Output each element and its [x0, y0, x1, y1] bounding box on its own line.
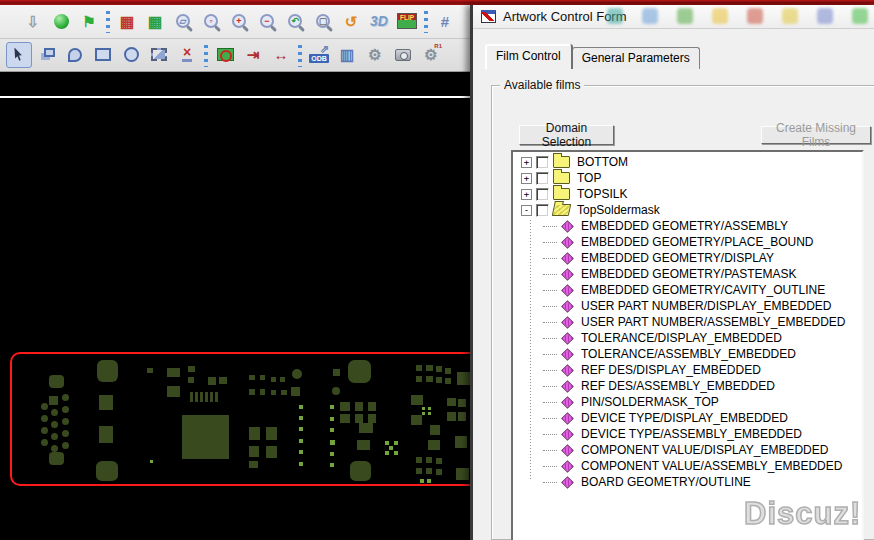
pcb-pad: [411, 415, 422, 425]
tree-item-pin-soldermask-top[interactable]: PIN/SOLDERMASK_TOP: [513, 394, 862, 410]
zoom-out-icon[interactable]: −: [254, 8, 280, 34]
pcb-pad: [51, 421, 58, 428]
film-diamond-icon: [561, 284, 574, 297]
film-diamond-icon: [561, 236, 574, 249]
tree-item-device-type-display-embedded[interactable]: DEVICE TYPE/DISPLAY_EMBEDDED: [513, 410, 862, 426]
delete-icon[interactable]: ×: [174, 42, 200, 68]
tree-expander-icon[interactable]: +: [521, 189, 532, 200]
dialog-titlebar[interactable]: Artwork Control Form: [473, 5, 874, 29]
pcb-pad: [330, 405, 334, 409]
pcb-pad: [457, 372, 470, 385]
tree-expander-icon[interactable]: +: [521, 173, 532, 184]
tree-item-label: USER PART NUMBER/DISPLAY_EMBEDDED: [579, 299, 832, 313]
tree-item-ref-des-display-embedded[interactable]: REF DES/DISPLAY_EMBEDDED: [513, 362, 862, 378]
tree-item-top[interactable]: +TOP: [513, 170, 862, 186]
pcb-pad: [299, 439, 303, 443]
rect-shape-icon[interactable]: [90, 42, 116, 68]
tree-checkbox[interactable]: [536, 156, 549, 169]
pcb-pad: [49, 452, 64, 465]
tab-general-parameters[interactable]: General Parameters: [572, 47, 700, 69]
tree-checkbox[interactable]: [536, 172, 549, 185]
tree-item-topsoldermask[interactable]: -TopSoldermask: [513, 202, 862, 218]
snapshot-icon[interactable]: [390, 42, 416, 68]
circle-shape-icon[interactable]: [118, 42, 144, 68]
pcb-pad: [340, 414, 350, 423]
column-view-icon[interactable]: ▥: [334, 42, 360, 68]
select-cursor-icon[interactable]: [6, 42, 32, 68]
toolbar-separator: [296, 43, 304, 67]
zoom-in-icon[interactable]: +: [226, 8, 252, 34]
tree-item-label: BOARD GEOMETRY/OUTLINE: [579, 475, 751, 489]
tools-icon[interactable]: ⚙: [362, 42, 388, 68]
tree-branch-dots: [543, 402, 557, 403]
pcb-pad: [271, 377, 276, 382]
grid-toggle-icon[interactable]: #: [432, 8, 458, 34]
pcb-pad: [195, 392, 198, 402]
faded-toolbar-icons: [607, 8, 868, 24]
tree-item-tolerance-assembly-embedded[interactable]: TOLERANCE/ASSEMBLY_EMBEDDED: [513, 346, 862, 362]
dimension-span-icon[interactable]: ↔: [268, 42, 294, 68]
pcb-pad: [280, 377, 285, 382]
tree-item-embedded-geometry-pastemask[interactable]: EMBEDDED GEOMETRY/PASTEMASK: [513, 266, 862, 282]
tree-expander-icon[interactable]: -: [521, 205, 532, 216]
pcb-pad: [348, 360, 371, 383]
tree-item-ref-des-assembly-embedded[interactable]: REF DES/ASSEMBLY_EMBEDDED: [513, 378, 862, 394]
flip-board-icon[interactable]: FLIP: [394, 8, 420, 34]
rats-all-icon[interactable]: ▦: [114, 8, 140, 34]
select-shape-icon[interactable]: [146, 42, 172, 68]
ghost-icon: [677, 8, 693, 24]
tree-item-user-part-number-assembly-embedded[interactable]: USER PART NUMBER/ASSEMBLY_EMBEDDED: [513, 314, 862, 330]
film-tree-listbox[interactable]: +BOTTOM+TOP+TOPSILK-TopSoldermaskEMBEDDE…: [511, 150, 864, 540]
tree-item-embedded-geometry-assembly[interactable]: EMBEDDED GEOMETRY/ASSEMBLY: [513, 218, 862, 234]
pcb-pad: [426, 457, 432, 463]
tree-item-board-geometry-outline[interactable]: BOARD GEOMETRY/OUTLINE: [513, 474, 862, 490]
tree-item-tolerance-display-embedded[interactable]: TOLERANCE/DISPLAY_EMBEDDED: [513, 330, 862, 346]
import-icon[interactable]: ⇩: [20, 8, 46, 34]
zoom-points-icon[interactable]: ▱: [170, 8, 196, 34]
pcb-pad: [340, 402, 350, 411]
tree-item-topsilk[interactable]: +TOPSILK: [513, 186, 862, 202]
tree-item-component-value-assembly-embedded[interactable]: COMPONENT VALUE/ASSEMBLY_EMBEDDED: [513, 458, 862, 474]
tree-item-component-value-display-embedded[interactable]: COMPONENT VALUE/DISPLAY_EMBEDDED: [513, 442, 862, 458]
zoom-selection-icon[interactable]: ▢: [310, 8, 336, 34]
arc-shape-icon[interactable]: [62, 42, 88, 68]
view-3d-icon[interactable]: 3D: [366, 8, 392, 34]
domain-selection-button[interactable]: Domain Selection: [519, 125, 614, 145]
pcb-pad: [167, 368, 180, 377]
pcb-pad: [249, 446, 259, 457]
tree-item-bottom[interactable]: +BOTTOM: [513, 154, 862, 170]
pcb-pad: [97, 360, 118, 382]
pcb-pad: [359, 423, 373, 433]
pcb-pad: [147, 368, 153, 373]
film-diamond-icon: [561, 348, 574, 361]
tree-item-device-type-assembly-embedded[interactable]: DEVICE TYPE/ASSEMBLY_EMBEDDED: [513, 426, 862, 442]
pcb-pad: [416, 365, 422, 371]
zoom-fit-icon[interactable]: ▫: [198, 8, 224, 34]
tab-film-control[interactable]: Film Control: [485, 44, 572, 69]
board-view-icon[interactable]: [212, 42, 238, 68]
odb-export-icon[interactable]: ODB: [306, 42, 332, 68]
tree-item-label: TopSoldermask: [575, 203, 660, 217]
tree-item-user-part-number-display-embedded[interactable]: USER PART NUMBER/DISPLAY_EMBEDDED: [513, 298, 862, 314]
create-missing-films-button[interactable]: Create Missing Films: [761, 126, 871, 144]
zoom-previous-icon[interactable]: ↶: [282, 8, 308, 34]
pcb-pad: [96, 461, 118, 481]
tree-checkbox[interactable]: [536, 188, 549, 201]
pcb-canvas[interactable]: [0, 72, 470, 540]
dimension-edge-icon[interactable]: ⇥: [240, 42, 266, 68]
copy-shape-icon[interactable]: [34, 42, 60, 68]
tree-item-embedded-geometry-place-bound[interactable]: EMBEDDED GEOMETRY/PLACE_BOUND: [513, 234, 862, 250]
tree-item-embedded-geometry-cavity-outline[interactable]: EMBEDDED GEOMETRY/CAVITY_OUTLINE: [513, 282, 862, 298]
tree-item-embedded-geometry-display[interactable]: EMBEDDED GEOMETRY/DISPLAY: [513, 250, 862, 266]
tree-expander-icon[interactable]: +: [521, 157, 532, 168]
pin-icon[interactable]: ⚑: [76, 8, 102, 34]
unrats-all-icon[interactable]: ▦: [142, 8, 168, 34]
fix-r1-icon[interactable]: ⚙R1: [418, 42, 444, 68]
undo-icon[interactable]: ↺: [338, 8, 364, 34]
film-diamond-icon: [561, 380, 574, 393]
ghost-icon: [852, 8, 868, 24]
tree-item-label: TOPSILK: [575, 187, 627, 201]
shove-sphere-icon[interactable]: [48, 8, 74, 34]
tree-branch-dots: [543, 242, 557, 243]
tree-checkbox[interactable]: [536, 204, 549, 217]
